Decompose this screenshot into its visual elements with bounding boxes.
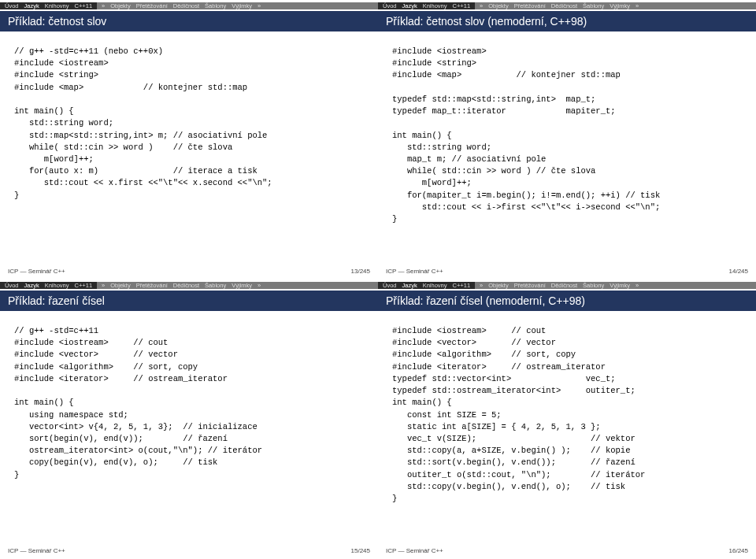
footer-page: 16/245 [729, 547, 748, 554]
footer-page: 14/245 [729, 268, 748, 275]
nav-arrow-icon: » [480, 282, 483, 289]
nav-item-active[interactable]: Jazyk [24, 282, 39, 289]
nav-item[interactable]: Šablony [583, 282, 604, 289]
nav-arrow-icon: » [258, 2, 261, 9]
slide-3: Úvod Jazyk Knihovny C++11 » Objekty Přet… [0, 280, 378, 559]
nav-item[interactable]: Přetěžování [136, 282, 168, 289]
nav-item[interactable]: Knihovny [45, 2, 69, 9]
nav-item[interactable]: Objekty [488, 282, 508, 289]
slide-footer: ICP — Seminář C++ 13/245 [0, 266, 378, 276]
slide-title: Příklad: řazení čísel (nemoderní, C++98) [378, 291, 756, 311]
slide-4: Úvod Jazyk Knihovny C++11 » Objekty Přet… [378, 280, 756, 559]
nav-item[interactable]: C++11 [453, 282, 471, 289]
nav-item[interactable]: Šablony [205, 282, 226, 289]
code-block: // g++ -std=c++11 (nebo c++0x) #include … [0, 31, 378, 266]
nav-item[interactable]: Přetěžování [514, 2, 546, 9]
slide-2: Úvod Jazyk Knihovny C++11 » Objekty Přet… [378, 0, 756, 280]
nav-light-section: » Objekty Přetěžování Dědičnost Šablony … [475, 282, 756, 289]
code-block: #include <iostream> #include <string> #i… [378, 31, 756, 266]
nav-item[interactable]: Úvod [5, 2, 19, 9]
footer-page: 13/245 [351, 268, 370, 275]
nav-light-section: » Objekty Přetěžování Dědičnost Šablony … [97, 282, 378, 289]
nav-item[interactable]: Výjimky [232, 282, 252, 289]
nav-bar: Úvod Jazyk Knihovny C++11 » Objekty Přet… [378, 280, 756, 291]
footer-left: ICP — Seminář C++ [8, 547, 65, 554]
nav-item[interactable]: Knihovny [45, 282, 69, 289]
nav-arrow-icon: » [102, 2, 105, 9]
nav-item[interactable]: Úvod [5, 282, 19, 289]
nav-item[interactable]: Dědičnost [551, 282, 577, 289]
slide-title: Příklad: četnost slov (nemoderní, C++98) [378, 11, 756, 31]
nav-item-active[interactable]: Jazyk [402, 2, 417, 9]
nav-bar: Úvod Jazyk Knihovny C++11 » Objekty Přet… [378, 0, 756, 11]
slide-footer: ICP — Seminář C++ 16/245 [378, 546, 756, 556]
nav-light-section: » Objekty Přetěžování Dědičnost Šablony … [97, 2, 378, 9]
nav-item[interactable]: Výjimky [610, 2, 630, 9]
slide-title: Příklad: četnost slov [0, 11, 378, 31]
nav-item[interactable]: Objekty [110, 282, 130, 289]
nav-dark-section: Úvod Jazyk Knihovny C++11 [0, 282, 97, 289]
nav-item[interactable]: Objekty [488, 2, 508, 9]
nav-bar: Úvod Jazyk Knihovny C++11 » Objekty Přet… [0, 0, 378, 11]
nav-item[interactable]: C++11 [453, 2, 471, 9]
slide-footer: ICP — Seminář C++ 15/245 [0, 546, 378, 556]
slide-footer: ICP — Seminář C++ 14/245 [378, 266, 756, 276]
code-block: // g++ -std=c++11 #include <iostream> //… [0, 311, 378, 546]
nav-arrow-icon: » [636, 282, 639, 289]
code-block: #include <iostream> // cout #include <ve… [378, 311, 756, 546]
nav-dark-section: Úvod Jazyk Knihovny C++11 [378, 282, 475, 289]
footer-left: ICP — Seminář C++ [8, 268, 65, 275]
nav-item[interactable]: C++11 [75, 2, 93, 9]
nav-bar: Úvod Jazyk Knihovny C++11 » Objekty Přet… [0, 280, 378, 291]
nav-arrow-icon: » [480, 2, 483, 9]
nav-item[interactable]: Přetěžování [136, 2, 168, 9]
nav-light-section: » Objekty Přetěžování Dědičnost Šablony … [475, 2, 756, 9]
nav-item[interactable]: Výjimky [232, 2, 252, 9]
nav-item[interactable]: C++11 [75, 282, 93, 289]
nav-item[interactable]: Dědičnost [173, 282, 199, 289]
nav-item[interactable]: Úvod [383, 2, 397, 9]
nav-item[interactable]: Dědičnost [173, 2, 199, 9]
nav-item[interactable]: Knihovny [423, 282, 447, 289]
slide-title: Příklad: řazení čísel [0, 291, 378, 311]
slide-1: Úvod Jazyk Knihovny C++11 » Objekty Přet… [0, 0, 378, 280]
nav-arrow-icon: » [102, 282, 105, 289]
nav-arrow-icon: » [636, 2, 639, 9]
footer-left: ICP — Seminář C++ [386, 547, 443, 554]
footer-left: ICP — Seminář C++ [386, 268, 443, 275]
footer-page: 15/245 [351, 547, 370, 554]
nav-dark-section: Úvod Jazyk Knihovny C++11 [378, 2, 475, 9]
nav-item[interactable]: Knihovny [423, 2, 447, 9]
nav-item[interactable]: Dědičnost [551, 2, 577, 9]
nav-arrow-icon: » [258, 282, 261, 289]
nav-item[interactable]: Šablony [583, 2, 604, 9]
nav-dark-section: Úvod Jazyk Knihovny C++11 [0, 2, 97, 9]
nav-item[interactable]: Šablony [205, 2, 226, 9]
nav-item[interactable]: Výjimky [610, 282, 630, 289]
nav-item[interactable]: Objekty [110, 2, 130, 9]
nav-item[interactable]: Přetěžování [514, 282, 546, 289]
nav-item-active[interactable]: Jazyk [402, 282, 417, 289]
nav-item[interactable]: Úvod [383, 282, 397, 289]
nav-item-active[interactable]: Jazyk [24, 2, 39, 9]
